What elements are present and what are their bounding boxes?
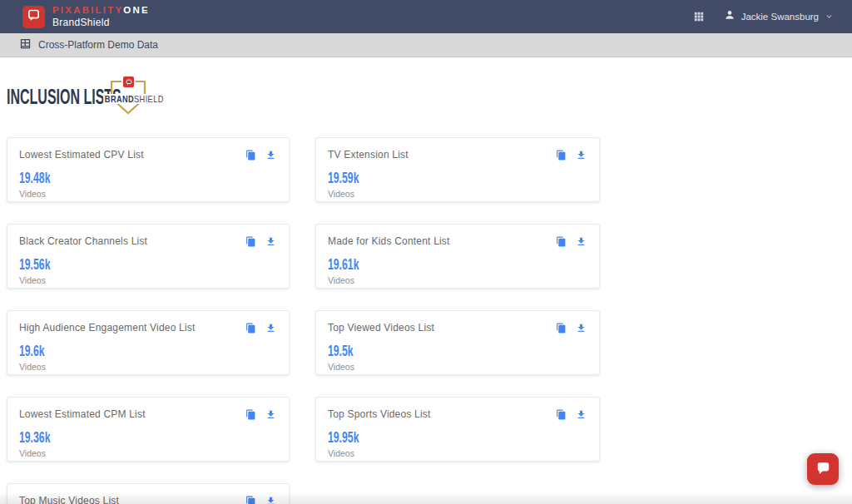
brandshield-logo: BRANDSHIELD: [96, 78, 161, 116]
copy-icon[interactable]: [554, 321, 567, 334]
download-icon[interactable]: [264, 494, 277, 504]
pixability-logo[interactable]: [22, 6, 45, 28]
list-title: Lowest Estimated CPV List: [19, 149, 237, 161]
brand-wordmark: PIXABILITYONE BrandShield: [52, 6, 150, 28]
list-title: Lowest Estimated CPM List: [19, 408, 237, 420]
copy-icon[interactable]: [244, 408, 257, 421]
video-count-unit: Videos: [19, 189, 277, 199]
download-icon[interactable]: [264, 321, 277, 334]
user-menu[interactable]: Jackie Swansburg: [724, 9, 834, 24]
brand-name-red: PIXABILITY: [52, 5, 123, 15]
inclusion-list-card: TV Extension List19.59kVideos: [315, 137, 600, 202]
inclusion-list-card: Top Music Videos List: [7, 483, 290, 504]
video-count: 19.5k: [328, 343, 504, 360]
top-header: PIXABILITYONE BrandShield Jackie Swansbu…: [0, 0, 852, 33]
inclusion-list-card: Top Viewed Videos List19.5kVideos: [315, 310, 600, 375]
table-icon: [19, 37, 32, 53]
copy-icon[interactable]: [244, 321, 257, 334]
brandshield-word-bold: BRAND: [105, 94, 134, 104]
breadcrumb-bar: Cross-Platform Demo Data: [0, 33, 852, 57]
chat-launcher-button[interactable]: [807, 453, 839, 485]
copy-icon[interactable]: [244, 235, 257, 248]
user-name: Jackie Swansburg: [741, 12, 819, 22]
page-title-row: INCLUSION LISTS BRANDSHIELD: [7, 80, 339, 116]
inclusion-list-card: High Audience Engagement Video List19.6k…: [7, 310, 290, 375]
list-title: High Audience Engagement Video List: [19, 322, 237, 334]
apps-grid-icon[interactable]: [692, 10, 706, 23]
download-icon[interactable]: [574, 148, 587, 161]
video-count-unit: Videos: [19, 275, 277, 285]
chat-bubble-icon: [815, 460, 831, 479]
video-count-unit: Videos: [19, 362, 277, 372]
video-count-unit: Videos: [19, 448, 277, 458]
video-count-unit: Videos: [328, 275, 587, 285]
video-count-unit: Videos: [328, 362, 587, 372]
download-icon[interactable]: [264, 148, 277, 161]
video-count: 19.61k: [328, 256, 504, 274]
chevron-down-icon: [825, 9, 834, 24]
brand-name-white: ONE: [123, 5, 150, 15]
video-count: 19.48k: [19, 170, 195, 187]
list-title: Top Viewed Videos List: [328, 322, 547, 334]
copy-icon[interactable]: [244, 494, 257, 504]
download-icon[interactable]: [264, 408, 277, 421]
list-title: Top Sports Videos List: [328, 408, 547, 420]
download-icon[interactable]: [574, 408, 587, 421]
download-icon[interactable]: [264, 235, 277, 248]
inclusion-list-card: Top Sports Videos List19.95kVideos: [315, 397, 600, 462]
copy-icon[interactable]: [554, 235, 567, 248]
list-title: Black Creator Channels List: [19, 235, 237, 247]
download-icon[interactable]: [574, 321, 587, 334]
brandshield-p-icon: [123, 77, 134, 87]
person-icon: [724, 9, 736, 24]
video-count-unit: Videos: [328, 189, 587, 199]
video-count: 19.6k: [19, 343, 195, 360]
breadcrumb-label[interactable]: Cross-Platform Demo Data: [38, 39, 158, 51]
inclusion-lists-grid: Lowest Estimated CPV List19.48kVideosTV …: [7, 137, 600, 504]
download-icon[interactable]: [574, 235, 587, 248]
brand-product: BrandShield: [52, 17, 150, 27]
brandshield-wordmark: BRANDSHIELD: [96, 91, 161, 106]
list-title: Top Music Videos List: [19, 495, 237, 504]
video-count: 19.59k: [328, 170, 504, 187]
video-count: 19.56k: [19, 256, 195, 274]
copy-icon[interactable]: [554, 148, 567, 161]
inclusion-list-card: Black Creator Channels List19.56kVideos: [7, 224, 290, 289]
list-title: Made for Kids Content List: [328, 235, 547, 247]
copy-icon[interactable]: [554, 408, 567, 421]
video-count-unit: Videos: [328, 448, 587, 458]
brandshield-word-light: SHIELD: [134, 94, 164, 104]
inclusion-list-card: Lowest Estimated CPV List19.48kVideos: [7, 137, 290, 202]
copy-icon[interactable]: [244, 148, 257, 161]
inclusion-list-card: Lowest Estimated CPM List19.36kVideos: [7, 397, 290, 462]
list-title: TV Extension List: [328, 149, 547, 161]
video-count: 19.36k: [19, 429, 195, 447]
video-count: 19.95k: [328, 429, 504, 447]
speech-bubble-icon: [27, 8, 41, 26]
inclusion-list-card: Made for Kids Content List19.61kVideos: [315, 224, 600, 289]
